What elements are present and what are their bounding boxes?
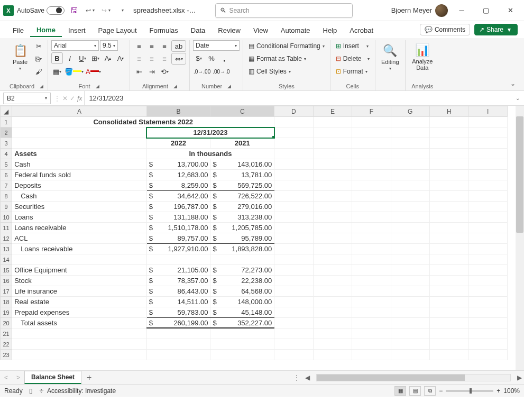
italic-button[interactable]: I (64, 52, 76, 64)
row-header[interactable]: 7 (1, 180, 12, 191)
tab-review[interactable]: Review (212, 23, 247, 36)
format-cells[interactable]: ⊡Format▾ (334, 66, 370, 77)
row-header[interactable]: 19 (1, 307, 12, 318)
row-header[interactable]: 4 (1, 149, 12, 159)
tab-page-layout[interactable]: Page Layout (92, 23, 143, 36)
orientation[interactable]: ⟲▾ (159, 66, 170, 77)
formula-input[interactable]: 12/31/2023 (85, 94, 511, 102)
cell[interactable]: 2021 (210, 138, 274, 149)
cell[interactable] (12, 350, 147, 360)
number-format-combo[interactable]: Date▾ (193, 40, 240, 51)
conditional-formatting[interactable]: ▤Conditional Formatting▾ (246, 40, 327, 52)
undo-button[interactable]: ↩▾ (84, 4, 96, 17)
cell[interactable]: $89,757.00 (146, 233, 210, 244)
hscroll-left[interactable]: ◀ (303, 374, 312, 381)
col-header-C[interactable]: C (210, 106, 274, 117)
cut-button[interactable]: ✂ (33, 40, 44, 52)
border-bottom-split[interactable]: ⊞▾ (89, 52, 101, 64)
fill-color-button[interactable]: 🪣▾ (64, 66, 84, 77)
cell[interactable]: $1,205,785.00 (210, 223, 274, 233)
cell[interactable]: Real estate (12, 297, 147, 307)
expand-formula-bar[interactable]: ⌄ (511, 95, 524, 101)
cell[interactable] (210, 328, 274, 339)
tab-home[interactable]: Home (30, 23, 62, 37)
accessibility-status[interactable]: ᯤ Accessibility: Investigate (39, 387, 116, 395)
share-button[interactable]: ↗Share▾ (474, 24, 518, 35)
cell[interactable]: $279,016.00 (210, 202, 274, 212)
cell[interactable]: Stock (12, 276, 147, 286)
col-header-I[interactable]: I (468, 106, 508, 117)
user-account[interactable]: Bjoern Meyer (391, 4, 448, 17)
increase-indent[interactable]: ⇥ (146, 66, 158, 77)
cell[interactable]: $45,148.00 (210, 307, 274, 318)
align-right[interactable]: ≡ (159, 53, 170, 65)
analyze-data[interactable]: 📊Analyze Data (409, 40, 436, 74)
row-header[interactable]: 2 (1, 127, 12, 138)
cell[interactable] (12, 328, 147, 339)
minimize-button[interactable]: ─ (451, 3, 472, 19)
bold-button[interactable]: B (51, 52, 63, 64)
column-headers[interactable]: ◢ A B C D E F G H I (1, 106, 508, 117)
prev-sheet[interactable]: < (0, 374, 12, 381)
accounting-format[interactable]: $▾ (193, 52, 205, 64)
collapse-ribbon[interactable]: ⌄ (510, 80, 516, 87)
cell[interactable]: Assets (12, 149, 147, 159)
font-size-combo[interactable]: 9.5▾ (100, 40, 118, 51)
cell[interactable] (146, 328, 210, 339)
merge-center[interactable]: ⇔▾ (171, 53, 186, 65)
tab-automate[interactable]: Automate (274, 23, 317, 36)
vertical-scrollbar[interactable] (516, 106, 524, 370)
comments-button[interactable]: 💬Comments (420, 24, 470, 35)
font-color-button[interactable]: A▾ (85, 66, 102, 77)
copy-button[interactable]: ⎘▾ (33, 53, 44, 65)
cell[interactable] (210, 350, 274, 360)
row-header[interactable]: 18 (1, 297, 12, 307)
cell[interactable]: $12,683.00 (146, 170, 210, 180)
cell[interactable]: $1,510,178.00 (146, 223, 210, 233)
tab-help[interactable]: Help (317, 23, 344, 36)
col-header-D[interactable]: D (274, 106, 313, 117)
cell[interactable]: $131,188.00 (146, 212, 210, 223)
col-header-B[interactable]: B (146, 106, 210, 117)
cell[interactable]: $143,016.00 (210, 159, 274, 170)
cancel-icon[interactable]: ✕ (62, 95, 68, 102)
cell[interactable]: Loans receivable (12, 244, 147, 254)
tab-file[interactable]: File (6, 23, 30, 36)
wrap-text[interactable]: ab (171, 40, 186, 52)
normal-view[interactable]: ▦ (394, 386, 406, 396)
sheet-tab[interactable]: Balance Sheet (24, 371, 81, 384)
dialog-launcher[interactable]: ◢ (96, 84, 99, 89)
delete-cells[interactable]: ⊟Delete ▾ (334, 53, 372, 65)
format-painter-button[interactable]: 🖌 (33, 66, 44, 77)
cell[interactable]: $72,273.00 (210, 265, 274, 276)
cell[interactable]: Loans (12, 212, 147, 223)
cell[interactable]: Prepaid expenses (12, 307, 147, 318)
scroll-thumb[interactable] (516, 116, 523, 233)
cell[interactable]: $22,238.00 (210, 276, 274, 286)
cell[interactable]: Securities (12, 202, 147, 212)
cell[interactable]: $313,238.00 (210, 212, 274, 223)
qat-customize[interactable]: ▾ (115, 4, 128, 17)
shrink-font-button[interactable]: A▾ (115, 52, 126, 64)
paste-button[interactable]: 📋Paste▾ (8, 40, 32, 74)
dialog-launcher[interactable]: ◢ (227, 84, 231, 89)
col-header-F[interactable]: F (352, 106, 391, 117)
cell[interactable]: $14,511.00 (146, 297, 210, 307)
increase-decimal[interactable]: .0→.00 (193, 66, 211, 77)
borders-button[interactable]: ▦▾ (51, 66, 63, 77)
add-sheet-button[interactable]: + (81, 373, 97, 382)
cell[interactable]: $78,357.00 (146, 276, 210, 286)
row-header[interactable]: 17 (1, 286, 12, 297)
row-header[interactable]: 1 (1, 117, 12, 127)
cell[interactable] (210, 339, 274, 350)
cell[interactable]: $1,927,910.00 (146, 244, 210, 254)
cell[interactable]: $196,787.00 (146, 202, 210, 212)
toggle-switch[interactable]: Off (47, 6, 65, 15)
cell[interactable] (146, 254, 210, 265)
row-header[interactable]: 6 (1, 170, 12, 180)
zoom-slider[interactable] (446, 390, 493, 392)
col-header-H[interactable]: H (430, 106, 468, 117)
editing-menu[interactable]: 🔍Editing▾ (379, 40, 402, 74)
search-box[interactable]: 🔍︎ Search (215, 3, 353, 18)
align-top[interactable]: ≡ (133, 40, 145, 52)
